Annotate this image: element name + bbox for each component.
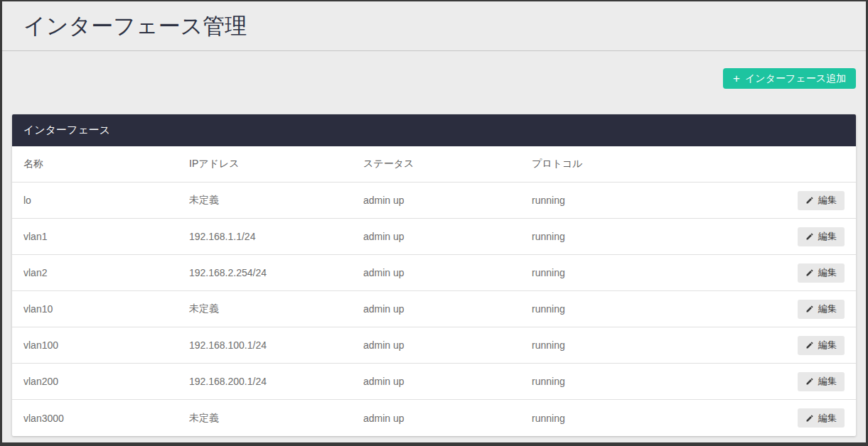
interface-status: admin up — [363, 195, 532, 206]
interface-ip: 192.168.2.254/24 — [189, 267, 363, 278]
interface-status: admin up — [363, 267, 532, 278]
pencil-icon — [805, 232, 814, 241]
column-header-status: ステータス — [363, 158, 532, 170]
table-row: vlan1 192.168.1.1/24 admin up running 編集 — [12, 219, 856, 255]
app-window: インターフェース管理 + インターフェース追加 インターフェース 名称 IPアド… — [0, 0, 868, 446]
toolbar: + インターフェース追加 — [2, 51, 866, 89]
add-interface-button[interactable]: + インターフェース追加 — [723, 68, 856, 89]
edit-button[interactable]: 編集 — [798, 408, 845, 428]
column-header-name: 名称 — [23, 158, 189, 170]
interface-protocol: running — [532, 376, 798, 387]
row-actions: 編集 — [798, 408, 845, 428]
interface-protocol: running — [532, 267, 798, 278]
interface-status: admin up — [363, 231, 532, 242]
table-body: lo 未定義 admin up running 編集 vlan1 192.168… — [12, 183, 856, 436]
edit-button[interactable]: 編集 — [798, 191, 845, 210]
interface-status: admin up — [363, 413, 532, 424]
column-header-ip: IPアドレス — [189, 158, 363, 170]
interface-status: admin up — [363, 376, 532, 387]
column-header-protocol: プロトコル — [532, 158, 845, 170]
interface-protocol: running — [532, 339, 798, 351]
row-actions: 編集 — [798, 263, 845, 283]
interface-name: lo — [23, 195, 189, 206]
interface-ip: 192.168.1.1/24 — [189, 231, 363, 242]
row-actions: 編集 — [798, 191, 845, 210]
edit-button[interactable]: 編集 — [798, 300, 845, 319]
row-actions: 編集 — [798, 300, 845, 319]
interface-protocol: running — [532, 413, 798, 424]
row-actions: 編集 — [798, 372, 845, 391]
edit-button[interactable]: 編集 — [798, 372, 845, 391]
interface-ip: 192.168.200.1/24 — [189, 376, 363, 387]
edit-button-label: 編集 — [818, 266, 837, 279]
interface-ip: 未定義 — [189, 194, 363, 207]
page-title: インターフェース管理 — [23, 11, 247, 41]
pencil-icon — [805, 414, 814, 423]
pencil-icon — [805, 268, 814, 277]
row-actions: 編集 — [798, 336, 845, 355]
edit-button-label: 編集 — [818, 375, 837, 388]
interface-name: vlan10 — [23, 303, 189, 315]
interface-ip: 未定義 — [189, 303, 363, 315]
table-header-row: 名称 IPアドレス ステータス プロトコル — [12, 146, 856, 183]
table-row: vlan100 192.168.100.1/24 admin up runnin… — [12, 327, 856, 364]
pencil-icon — [805, 341, 814, 349]
edit-button[interactable]: 編集 — [798, 336, 845, 355]
add-interface-button-label: インターフェース追加 — [745, 72, 846, 85]
table-row: vlan2 192.168.2.254/24 admin up running … — [12, 255, 856, 291]
edit-button[interactable]: 編集 — [798, 263, 845, 283]
interface-protocol: running — [532, 303, 798, 315]
interface-name: vlan1 — [23, 231, 189, 242]
table-row: vlan10 未定義 admin up running 編集 — [12, 291, 856, 327]
interface-ip: 未定義 — [189, 412, 363, 425]
edit-button-label: 編集 — [818, 339, 837, 352]
interface-protocol: running — [532, 231, 798, 242]
interface-name: vlan3000 — [23, 413, 189, 424]
row-actions: 編集 — [798, 227, 845, 246]
interface-ip: 192.168.100.1/24 — [189, 339, 363, 351]
edit-button-label: 編集 — [818, 303, 837, 315]
pencil-icon — [805, 377, 814, 386]
table-row: vlan3000 未定義 admin up running 編集 — [12, 400, 856, 436]
interface-name: vlan100 — [23, 339, 189, 351]
interfaces-panel: インターフェース 名称 IPアドレス ステータス プロトコル lo 未定義 ad… — [12, 114, 856, 436]
panel-title: インターフェース — [12, 114, 856, 146]
edit-button-label: 編集 — [818, 194, 837, 207]
pencil-icon — [805, 196, 814, 205]
pencil-icon — [805, 305, 814, 313]
edit-button[interactable]: 編集 — [798, 227, 845, 246]
plus-icon: + — [733, 72, 740, 85]
interface-status: admin up — [363, 339, 532, 351]
interface-name: vlan2 — [23, 267, 189, 278]
edit-button-label: 編集 — [818, 412, 837, 425]
edit-button-label: 編集 — [818, 230, 837, 243]
interface-status: admin up — [363, 303, 532, 315]
interface-protocol: running — [532, 195, 798, 206]
table-row: vlan200 192.168.200.1/24 admin up runnin… — [12, 364, 856, 400]
interface-name: vlan200 — [23, 376, 189, 387]
page-header: インターフェース管理 — [2, 1, 866, 51]
table-row: lo 未定義 admin up running 編集 — [12, 183, 856, 219]
